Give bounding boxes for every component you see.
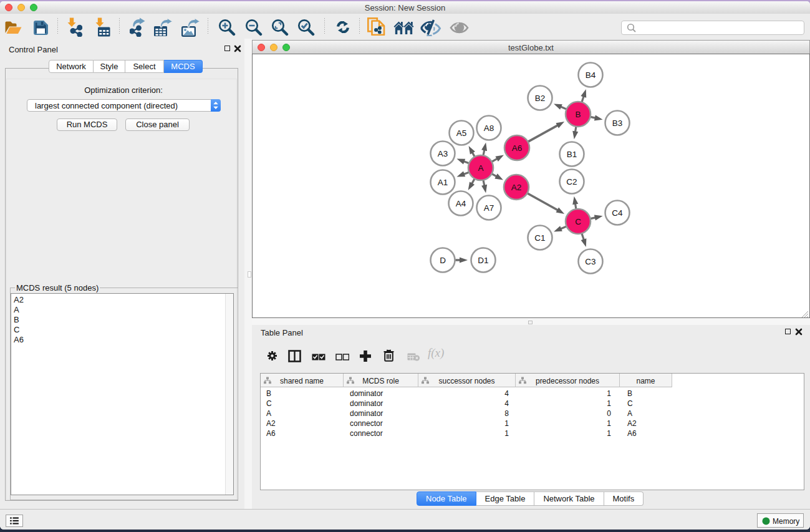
svg-text:B1: B1 [567, 150, 577, 159]
svg-text:C2: C2 [566, 177, 577, 186]
svg-text:C: C [575, 217, 581, 226]
svg-text:A1: A1 [438, 178, 448, 187]
svg-text:A7: A7 [484, 203, 494, 213]
svg-text:D1: D1 [478, 256, 488, 265]
svg-text:A: A [478, 163, 483, 173]
svg-text:C1: C1 [534, 233, 545, 243]
svg-text:D: D [440, 256, 446, 265]
svg-text:A4: A4 [456, 199, 466, 208]
svg-text:A2: A2 [511, 183, 522, 192]
svg-text:C3: C3 [585, 257, 595, 266]
svg-text:A5: A5 [456, 128, 467, 138]
svg-text:C4: C4 [612, 208, 623, 218]
svg-text:A8: A8 [484, 123, 494, 133]
svg-text:B4: B4 [586, 70, 596, 80]
svg-text:B2: B2 [535, 94, 546, 103]
svg-text:B3: B3 [612, 118, 623, 128]
svg-text:B: B [575, 110, 581, 119]
svg-text:A3: A3 [438, 149, 448, 158]
svg-text:A6: A6 [512, 143, 523, 153]
